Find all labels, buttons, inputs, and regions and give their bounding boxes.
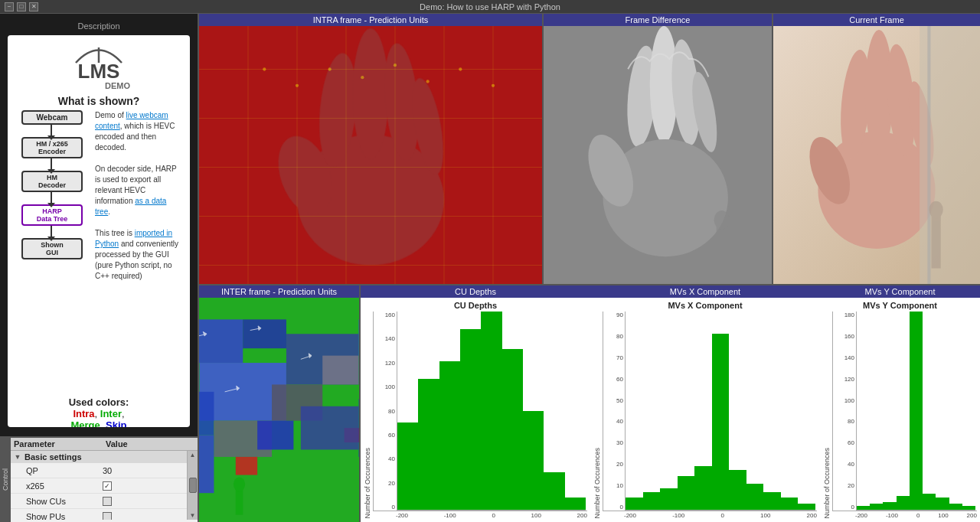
color-intra: Intra (73, 408, 94, 419)
svg-rect-62 (301, 406, 359, 450)
mvsx-header: MVs X Component (590, 285, 820, 298)
scroll-down-arrow[interactable]: ▼ (190, 512, 196, 519)
scroll-up-arrow[interactable]: ▲ (190, 452, 196, 458)
settings-header-row: Parameter Value (11, 438, 198, 451)
mvsx-content: MVs X Component Number of Occurences 908… (590, 298, 820, 522)
framediff-panel: Frame Difference (544, 14, 773, 284)
window-title: Demo: How to use HARP with Python (51, 2, 929, 11)
svg-rect-63 (358, 399, 359, 457)
svg-rect-58 (236, 457, 257, 475)
cudepths-panel: CU Depths CU Depths Number of Occurences… (361, 285, 590, 522)
flow-webcam: Webcam (21, 110, 83, 125)
svg-point-5 (353, 28, 389, 159)
flow-shown-gui: ShownGUI (21, 238, 83, 259)
inter-panel: INTER frame - Prediction Units (199, 285, 361, 522)
svg-rect-48 (199, 319, 243, 363)
maximize-button[interactable]: □ (17, 2, 26, 11)
svg-rect-57 (322, 356, 358, 385)
mvsy-y-label: Number of Occurences (823, 448, 831, 519)
flow-harp: HARPData Tree (21, 204, 83, 226)
currentframe-content (773, 26, 980, 284)
mvsx-title: MVs X Component (593, 301, 817, 310)
setting-show-cus: Show CUs (11, 494, 187, 509)
svg-point-35 (714, 210, 730, 230)
mvsy-chart: Number of Occurences 1801601401201008060… (823, 312, 977, 519)
mvsy-panel: MVs Y Component MVs Y Component Number o… (820, 285, 980, 522)
svg-rect-61 (257, 421, 293, 450)
qp-label: QP (26, 466, 103, 475)
flow-encoder: HM / x265Encoder (21, 137, 83, 158)
svg-rect-45 (931, 214, 940, 268)
show-pus-checkbox[interactable] (103, 512, 112, 520)
x265-checkbox[interactable]: ✓ (103, 481, 112, 491)
flow-decoder: HMDecoder (21, 171, 83, 192)
expand-icon: ▼ (14, 453, 21, 461)
lms-text: LMS (64, 61, 133, 81)
minimize-button[interactable]: − (5, 2, 14, 11)
setting-x265: x265 ✓ (11, 478, 187, 494)
framediff-content (544, 26, 772, 284)
what-shown-title: What is shown? (14, 95, 184, 107)
desc-header: Description (8, 21, 190, 31)
description-panel: Description LMS DEMO What is shown? (0, 14, 198, 438)
show-cus-label: Show CUs (26, 497, 103, 506)
desc-content: LMS DEMO What is shown? Webcam HM / x265… (8, 35, 190, 427)
svg-rect-49 (243, 319, 286, 348)
show-pus-label: Show PUs (26, 512, 103, 520)
svg-point-11 (361, 76, 364, 79)
svg-rect-60 (199, 436, 214, 494)
value-col-header: Value (106, 439, 128, 449)
color-skip: Skip (106, 419, 126, 427)
color-inter: Inter (100, 408, 122, 419)
framediff-header: Frame Difference (544, 14, 772, 26)
inter-header: INTER frame - Prediction Units (199, 285, 359, 298)
currentframe-panel: Current Frame (773, 14, 980, 284)
mvsx-panel: MVs X Component MVs X Component Number o… (590, 285, 820, 522)
intra-header: INTRA frame - Prediction Units (199, 14, 542, 26)
settings-panel: Control Parameter Value ▼ Basic settings… (0, 438, 198, 522)
desc-text-area: Demo of live webcam content, which is HE… (95, 110, 184, 282)
mvsx-chart: Number of Occurences 9080706050403020100 (593, 312, 817, 519)
param-col-header: Parameter (14, 439, 106, 449)
ctrl-label: Control (2, 468, 9, 491)
setting-show-pus: Show PUs (11, 509, 187, 520)
settings-rows: ▼ Basic settings QP 30 x265 ✓ Show CUs (11, 451, 187, 520)
qp-value[interactable]: 30 (103, 466, 184, 475)
x265-label: x265 (26, 481, 103, 491)
cudepths-chart: Number of Occurences 1601401201008060402… (364, 312, 587, 519)
cudepths-header: CU Depths (361, 285, 590, 298)
title-bar: − □ ✕ Demo: How to use HARP with Python (0, 0, 980, 14)
inter-content (199, 298, 359, 522)
close-button[interactable]: ✕ (29, 2, 38, 11)
svg-point-13 (426, 80, 430, 83)
svg-rect-52 (199, 392, 214, 436)
lms-logo: LMS DEMO (14, 41, 184, 90)
flow-diagram: Webcam HM / x265Encoder HMDecoder HARPDa… (21, 110, 90, 282)
mvsx-y-label: Number of Occurences (593, 448, 601, 519)
cudepths-y-label: Number of Occurences (364, 448, 371, 519)
intra-content (199, 26, 542, 284)
basic-settings-label: Basic settings (24, 452, 82, 462)
used-colors: Used colors: Intra, Inter, Merge, Skip (14, 396, 184, 427)
cudepths-content: CU Depths Number of Occurences 160140120… (361, 298, 590, 522)
basic-settings-group[interactable]: ▼ Basic settings (11, 451, 187, 463)
show-cus-checkbox[interactable] (103, 497, 112, 506)
intra-panel: INTRA frame - Prediction Units (199, 14, 544, 284)
mvsy-content: MVs Y Component Number of Occurences 180… (820, 298, 980, 522)
mvsy-title: MVs Y Component (823, 301, 977, 310)
cudepths-title: CU Depths (364, 301, 587, 310)
mvsy-header: MVs Y Component (820, 285, 980, 298)
svg-point-46 (929, 201, 942, 218)
svg-rect-44 (927, 26, 930, 284)
scroll-thumb[interactable] (189, 478, 197, 493)
color-merge: Merge (71, 419, 100, 427)
currentframe-header: Current Frame (773, 14, 980, 26)
svg-rect-53 (358, 319, 359, 355)
setting-qp: QP 30 (11, 463, 187, 478)
svg-point-73 (234, 477, 245, 491)
